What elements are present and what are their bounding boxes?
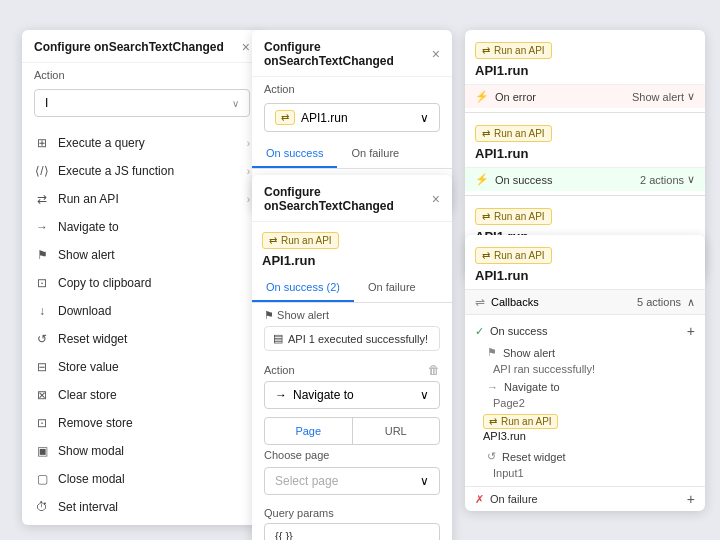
menu-item-execute-js-label: Execute a JS function <box>58 164 174 178</box>
panel3-action-row: Action 🗑 <box>252 357 452 379</box>
panel3-title: Configure onSearchTextChanged <box>264 185 432 213</box>
summary-item1-cb-type: On error <box>495 91 536 103</box>
panel3-page-url-tabs: Page URL <box>264 417 440 445</box>
panel3-choose-page-label: Choose page <box>252 445 452 463</box>
menu-item-show-alert-label: Show alert <box>58 248 115 262</box>
panel-expanded: ⇄ Run an API API1.run ⇌ Callbacks 5 acti… <box>465 235 705 511</box>
panel5-inner-api-name: API3.run <box>483 429 695 445</box>
menu-item-navigate[interactable]: → Navigate to <box>22 213 262 241</box>
panel1-dropdown-value: I <box>45 96 48 110</box>
panel5-navigate-page: Page2 <box>465 396 705 412</box>
menu-item-close-modal[interactable]: ▢ Close modal <box>22 465 262 493</box>
execute-js-arrow: › <box>247 166 250 177</box>
panel3-tab-failure[interactable]: On failure <box>354 274 430 302</box>
panel3-select-page-dropdown[interactable]: Select page ∨ <box>264 467 440 495</box>
execute-query-arrow: › <box>247 138 250 149</box>
panel3-tab-url[interactable]: URL <box>353 418 440 444</box>
panel5-callbacks-icon: ⇌ <box>475 295 485 309</box>
menu-item-reset-widget-label: Reset widget <box>58 332 127 346</box>
panel5-inner-api-badge-label: Run an API <box>501 416 552 427</box>
run-api-arrow: › <box>247 194 250 205</box>
menu-item-navigate-label: Navigate to <box>58 220 119 234</box>
clear-store-icon: ⊠ <box>34 388 50 402</box>
panel3-query-params-label: Query params <box>252 503 452 521</box>
panel5-on-success-header[interactable]: ✓ On success + <box>465 319 705 343</box>
panel2-action-dropdown[interactable]: ⇄ API1.run ∨ <box>264 103 440 132</box>
menu-item-clear-store-label: Clear store <box>58 388 117 402</box>
menu-item-show-modal[interactable]: ▣ Show modal <box>22 437 262 465</box>
panel5-navigate-icon: → <box>487 381 498 393</box>
panel-configure-3: Configure onSearchTextChanged × ⇄ Run an… <box>252 175 452 540</box>
panel2-title: Configure onSearchTextChanged <box>264 40 432 68</box>
summary-item3-badge: ⇄ Run an API <box>475 208 552 225</box>
panel5-on-failure-header[interactable]: ✗ On failure + <box>465 487 705 511</box>
panel5-on-failure-label: On failure <box>490 493 538 505</box>
summary-item1-badge-label: Run an API <box>494 45 545 56</box>
panel3-api-section: ⇄ Run an API API1.run <box>252 226 452 274</box>
panel3-api-badge-icon: ⇄ <box>269 235 277 246</box>
on-success-icon: ⚡ <box>475 173 489 186</box>
panel3-api-name: API1.run <box>252 251 452 274</box>
panel3-select-page-arrow: ∨ <box>420 474 429 488</box>
summary-item2-badge: ⇄ Run an API <box>475 125 552 142</box>
on-error-icon: ⚡ <box>475 90 489 103</box>
panel3-alert-text-icon: ▤ <box>273 332 283 345</box>
show-alert-icon: ⚑ <box>34 248 50 262</box>
panel5-on-failure-section: ✗ On failure + <box>465 486 705 511</box>
panel2-tab-success[interactable]: On success <box>252 140 337 168</box>
summary-item1-badge-icon: ⇄ <box>482 45 490 56</box>
menu-item-run-api[interactable]: ⇄ Run an API › <box>22 185 262 213</box>
panel5-on-success-add[interactable]: + <box>687 324 695 338</box>
panel2-close-icon[interactable]: × <box>432 47 440 61</box>
summary-item2-callback[interactable]: ⚡ On success 2 actions ∨ <box>465 167 705 191</box>
summary-item1-name: API1.run <box>465 61 705 84</box>
panel5-on-success-label: On success <box>490 325 547 337</box>
menu-item-download[interactable]: ↓ Download <box>22 297 262 325</box>
panel5-inner-api: ⇄ Run an API API3.run <box>483 414 695 445</box>
panel5-show-alert-item: ⚑ Show alert <box>465 343 705 362</box>
panel2-header: Configure onSearchTextChanged × <box>252 30 452 77</box>
panel3-query-params-input[interactable]: {{ }} <box>264 523 440 540</box>
copy-clipboard-icon: ⊡ <box>34 276 50 290</box>
show-modal-icon: ▣ <box>34 444 50 458</box>
panel2-api-badge-inner: ⇄ <box>275 110 295 125</box>
panel5-badge-label: Run an API <box>494 250 545 261</box>
menu-item-store-value[interactable]: ⊟ Store value <box>22 353 262 381</box>
menu-item-execute-query-label: Execute a query <box>58 136 145 150</box>
remove-store-icon: ⊡ <box>34 416 50 430</box>
summary-item1-callback[interactable]: ⚡ On error Show alert ∨ <box>465 84 705 108</box>
menu-item-set-interval[interactable]: ⏱ Set interval <box>22 493 262 521</box>
panel3-tab-page[interactable]: Page <box>265 418 353 444</box>
panel3-action-arrow: ∨ <box>420 388 429 402</box>
panel1-close-icon[interactable]: × <box>242 40 250 54</box>
panel5-badge-icon: ⇄ <box>482 250 490 261</box>
menu-item-show-alert[interactable]: ⚑ Show alert <box>22 241 262 269</box>
menu-item-copy-clipboard[interactable]: ⊡ Copy to clipboard <box>22 269 262 297</box>
menu-item-execute-js[interactable]: ⟨/⟩ Execute a JS function › <box>22 157 262 185</box>
panel5-show-alert-label: Show alert <box>503 347 555 359</box>
summary-item3-badge-icon: ⇄ <box>482 211 490 222</box>
menu-item-clear-store[interactable]: ⊠ Clear store <box>22 381 262 409</box>
panel1-action-dropdown[interactable]: I ∨ <box>34 89 250 117</box>
menu-item-remove-store[interactable]: ⊡ Remove store <box>22 409 262 437</box>
summary-item2-badge-icon: ⇄ <box>482 128 490 139</box>
panel3-api-badge: ⇄ Run an API <box>262 232 339 249</box>
panel2-tab-failure[interactable]: On failure <box>337 140 413 168</box>
panel5-on-failure-add[interactable]: + <box>687 492 695 506</box>
panel5-callbacks-header[interactable]: ⇌ Callbacks 5 actions ∧ <box>465 290 705 314</box>
panel3-close-icon[interactable]: × <box>432 192 440 206</box>
panel1-header: Configure onSearchTextChanged × <box>22 30 262 63</box>
panel5-callbacks-count: 5 actions <box>637 296 681 308</box>
panel5-callbacks-label: Callbacks <box>491 296 539 308</box>
panel3-action-dropdown[interactable]: → Navigate to ∨ <box>264 381 440 409</box>
menu-item-execute-query[interactable]: ⊞ Execute a query › <box>22 129 262 157</box>
panel5-inner-api-badge-icon: ⇄ <box>489 416 497 427</box>
panel3-trash-icon[interactable]: 🗑 <box>428 363 440 377</box>
panel3-tab-success[interactable]: On success (2) <box>252 274 354 302</box>
panel5-reset-icon: ↺ <box>487 450 496 463</box>
menu-item-reset-widget[interactable]: ↺ Reset widget <box>22 325 262 353</box>
download-icon: ↓ <box>34 304 50 318</box>
divider-1 <box>465 112 705 113</box>
panel2-action-label: Action <box>252 77 452 99</box>
summary-item2-cb-arrow: ∨ <box>687 173 695 186</box>
